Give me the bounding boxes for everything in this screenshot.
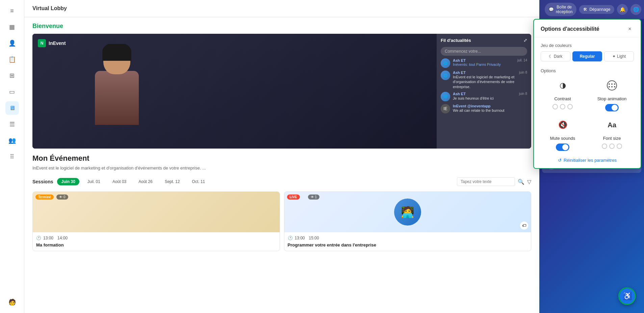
panel-close-btn[interactable]: × xyxy=(626,25,634,33)
session-time-end-1: 14:00 xyxy=(57,236,68,240)
sidebar: ≡ ▦ 👤 📋 ⊞ ▭ 🖥 ☰ 👥 ⠿ 🧑 xyxy=(0,0,24,313)
feed-name-2: Ash ET xyxy=(453,71,516,75)
session-card-1[interactable]: Terminé 👁 0 🕐 13:00 14:00 xyxy=(32,191,280,251)
feed-name-3: Ash ET xyxy=(453,92,516,96)
date-tab-jun30[interactable]: Juin 30 xyxy=(57,178,79,185)
sidebar-item-document[interactable]: 📋 xyxy=(5,53,19,66)
sidebar-item-monitor[interactable]: 🖥 xyxy=(5,101,19,115)
notification-btn[interactable]: 🔔 xyxy=(617,4,628,15)
scheme-light-btn[interactable]: ✦ Light xyxy=(604,51,634,61)
main-content: Virtual Lobby Bienvenue N InEvent xyxy=(24,0,539,313)
feed-header: Fil d'actualités ⤢ xyxy=(441,38,527,43)
mute-sounds-toggle[interactable] xyxy=(556,144,569,151)
feed-text-2: Ash ET InEvent est le logiciel de market… xyxy=(453,71,516,89)
scheme-light-label: Light xyxy=(617,54,626,59)
page-header: Virtual Lobby xyxy=(24,0,539,17)
banner-person-figure xyxy=(66,44,168,149)
font-size-label: Font size xyxy=(603,136,621,141)
sessions-label: Sessions xyxy=(32,179,53,184)
stop-animation-label: Stop animation xyxy=(597,96,627,101)
sidebar-item-grid[interactable]: ⠿ xyxy=(5,150,19,163)
session-thumb-2: LIVE 👁 1 🧑‍💻 🏷 xyxy=(284,192,531,232)
sidebar-hamburger[interactable]: ≡ xyxy=(5,4,19,18)
bell-icon: 🔔 xyxy=(620,7,625,12)
font-size-radio-3[interactable] xyxy=(617,144,622,149)
tag-icon: 🏷 xyxy=(520,221,528,230)
feed-avatar-3: 🌐 xyxy=(441,92,450,101)
banner-container: N InEvent Fil d'actualités ⤢ 🌐 Ash ET xyxy=(32,34,531,149)
scheme-dark-label: Dark xyxy=(554,54,562,59)
panel-body: Jeu de couleurs ☾ Dark Regular ✦ Light O… xyxy=(534,37,641,168)
sidebar-item-list[interactable]: ☰ xyxy=(5,118,19,131)
session-thumb-bg-1 xyxy=(33,192,280,232)
person-body xyxy=(95,71,139,125)
sidebar-item-table[interactable]: ⊞ xyxy=(5,69,19,82)
search-icon[interactable]: 🔍 xyxy=(518,179,524,185)
hamburger-icon: ≡ xyxy=(10,7,14,15)
session-time-1: 🕐 13:00 14:00 xyxy=(36,236,276,240)
sparkle-icon: ✦ xyxy=(612,54,616,59)
feed-msg-4: We all can relate to the burnout xyxy=(453,108,527,113)
feed-item-1: 🌐 Ash ET Inévents: tout Parmi Privacily … xyxy=(441,58,527,68)
search-area: 🔍 ▽ xyxy=(457,177,531,186)
feed-text-4: InEvent @ineventapp We all can relate to… xyxy=(453,104,527,113)
banner-image: N InEvent xyxy=(32,34,437,149)
svg-point-4 xyxy=(609,86,610,87)
globe-btn[interactable]: 🌐 xyxy=(630,4,641,15)
person-hair xyxy=(102,44,131,61)
date-tab-aug03[interactable]: Août 03 xyxy=(108,178,130,185)
feed-title: Fil d'actualités xyxy=(441,38,471,43)
scheme-regular-btn[interactable]: Regular xyxy=(572,51,602,61)
session-card-2[interactable]: LIVE 👁 1 🧑‍💻 🏷 🕐 13:00 15:00 P xyxy=(284,191,532,251)
viewer-count-2: 1 xyxy=(315,195,317,199)
accessibility-panel: Options d'accessibilité × Jeu de couleur… xyxy=(533,19,641,169)
sidebar-item-user[interactable]: 🧑 xyxy=(5,295,19,309)
sessions-search[interactable] xyxy=(457,177,515,186)
stop-animation-toggle[interactable] xyxy=(605,104,619,111)
feed-avatar-img-3: 🌐 xyxy=(441,92,450,101)
boite-reception-btn[interactable]: 💬 Boîte de réception xyxy=(545,3,576,16)
reset-link[interactable]: ↺ Réinitialiser les paramètres xyxy=(541,158,634,163)
date-tab-aug26[interactable]: Août 26 xyxy=(134,178,156,185)
person-head xyxy=(103,44,130,74)
content-area: Bienvenue N InEvent Fil d'act xyxy=(24,17,539,257)
contrast-icon: ◑ xyxy=(555,77,571,94)
stop-animation-knob xyxy=(612,105,618,111)
contrast-radio-1[interactable] xyxy=(552,104,558,109)
option-font-size: Aa Font size xyxy=(590,117,634,151)
svg-point-2 xyxy=(611,83,613,85)
option-mute-sounds: 🔇 Mute sounds xyxy=(541,117,585,151)
svg-point-1 xyxy=(609,83,610,85)
contrast-radio-3[interactable] xyxy=(567,104,573,109)
date-tab-oct11[interactable]: Oct. 11 xyxy=(188,178,209,185)
sidebar-item-calendar[interactable]: ▦ xyxy=(5,20,19,34)
top-nav: 💬 Boîte de réception 🛠 Dépannage 🔔 🌐 🌍 xyxy=(539,0,644,19)
font-size-radio-1[interactable] xyxy=(602,144,607,149)
contrast-label: Contrast xyxy=(554,96,571,101)
scheme-dark-btn[interactable]: ☾ Dark xyxy=(541,51,570,61)
user-circle-icon: 🧑 xyxy=(8,298,16,306)
globe-icon: 🌐 xyxy=(633,7,639,12)
font-size-radio-2[interactable] xyxy=(609,144,615,149)
svg-point-6 xyxy=(614,86,615,87)
options-label: Options xyxy=(541,68,634,73)
date-tab-jul01[interactable]: Juil. 01 xyxy=(83,178,104,185)
sidebar-item-users[interactable]: 👥 xyxy=(5,134,19,147)
table-icon: ⊞ xyxy=(9,72,15,79)
session-time-start-1: 13:00 xyxy=(43,236,53,240)
feed-link-1[interactable]: Inévents: tout Parmi Privacily xyxy=(453,62,515,67)
session-name-1: Ma formation xyxy=(36,242,276,247)
feed-input[interactable] xyxy=(441,47,527,56)
sidebar-item-slider[interactable]: ▭ xyxy=(5,85,19,99)
accessibility-fab[interactable]: ♿ xyxy=(618,287,636,305)
filter-icon[interactable]: ▽ xyxy=(527,179,531,185)
sidebar-item-profile[interactable]: 👤 xyxy=(5,36,19,50)
contrast-radio-2[interactable] xyxy=(560,104,565,109)
feed-time-2: juin 8 xyxy=(519,71,527,74)
monitor-icon: 🖥 xyxy=(9,105,15,112)
feed-expand-icon[interactable]: ⤢ xyxy=(523,38,527,43)
calendar-icon: ▦ xyxy=(9,23,15,31)
feed-item-2: 🌐 Ash ET InEvent est le logiciel de mark… xyxy=(441,71,527,89)
date-tab-sep12[interactable]: Sept. 12 xyxy=(161,178,184,185)
depannage-btn[interactable]: 🛠 Dépannage xyxy=(579,5,614,14)
